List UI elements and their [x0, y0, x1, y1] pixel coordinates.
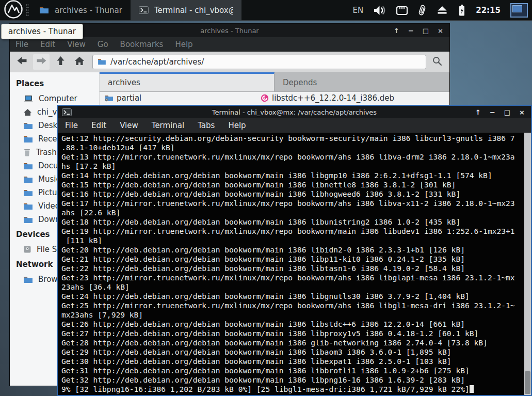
terminal-titlebar[interactable]: Terminal - chi_vbox@mx: /var/cache/apt/a… [58, 106, 531, 118]
terminal-line: Get:30 http://deb.debian.org/debian book… [61, 357, 524, 366]
rollup-button[interactable]: ↑ [475, 109, 481, 116]
terminal-window-title: Terminal - chi_vbox@mx: /var/cache/apt/a… [58, 108, 531, 116]
clock[interactable]: 22:15 [476, 6, 501, 15]
mx-menu-button[interactable] [3, 1, 24, 20]
menu-item-file[interactable]: File [15, 40, 28, 49]
terminal-line: Get:25 http://mirror.truenetwork.ru/mxli… [61, 301, 524, 310]
terminal-line: Get:16 http://deb.debian.org/debian book… [61, 189, 524, 199]
folder-icon [39, 6, 49, 14]
sidebar-item-computer[interactable]: Computer [10, 92, 99, 105]
menu-item-view[interactable]: View [67, 40, 86, 49]
taskbar-button-archives-thunar[interactable]: archives - Thunar [31, 0, 131, 21]
folder-icon [23, 216, 33, 224]
folder-icon [98, 58, 106, 65]
paperclip-icon[interactable] [418, 4, 427, 17]
back-icon [17, 56, 28, 67]
search-button[interactable] [429, 54, 445, 70]
menu-item-file[interactable]: File [65, 121, 78, 130]
deb-icon [261, 94, 269, 102]
maximize-button[interactable]: □ [423, 27, 429, 34]
desktop[interactable]: archives - Thunar Terminal - chi_vbox@..… [0, 0, 532, 396]
home-icon [74, 56, 85, 68]
mx-logo-icon [4, 0, 23, 21]
forward-icon [36, 56, 47, 67]
location-path: /var/cache/apt/archives/ [110, 57, 204, 67]
home-button[interactable] [71, 54, 88, 70]
terminal-line: 23ahs [36.4 kB] [61, 282, 524, 292]
terminal-line: Get:27 http://deb.debian.org/debian book… [61, 329, 524, 338]
file-item-libstdc-6-12-2-0-14-i386-deb[interactable]: libstdc++6_12.2.0-14_i386.deb [261, 93, 394, 103]
top-panel: archives - Thunar Terminal - chi_vbox@..… [0, 0, 532, 21]
terminal-window-buttons: ↑−□× [475, 109, 531, 116]
terminal-scrollbar[interactable] [524, 133, 531, 395]
thunar-window-buttons: ↑−□× [394, 27, 449, 34]
terminal-line: Get:32 http://deb.debian.org/debian book… [61, 375, 524, 385]
scrollbar-thumb[interactable] [525, 371, 530, 394]
terminal-icon [139, 6, 149, 14]
menu-item-terminal[interactable]: Terminal [152, 121, 184, 130]
panel-grip[interactable] [26, 4, 29, 17]
forward-button[interactable] [33, 54, 50, 70]
terminal-line: Get:26 http://deb.debian.org/debian book… [61, 320, 524, 329]
taskbar-button-terminal-chi-vbox[interactable]: Terminal - chi_vbox@... [131, 0, 241, 21]
minimize-button[interactable]: − [490, 109, 495, 116]
taskbar-button-label: archives - Thunar [55, 6, 122, 15]
battery-icon[interactable] [458, 4, 466, 17]
workspace-pager[interactable] [510, 3, 528, 18]
menu-item-view[interactable]: View [120, 121, 138, 130]
tab-bar: archives Depends [100, 72, 449, 92]
pager-window [512, 5, 522, 12]
keyboard-layout-indicator[interactable]: EN [353, 6, 364, 15]
folder-icon [23, 162, 33, 170]
terminal-line: ahs [22.6 kB] [61, 208, 524, 217]
back-button[interactable] [14, 54, 30, 70]
terminal-line: Get:29 http://deb.debian.org/debian book… [61, 347, 524, 357]
terminal-icon [62, 108, 72, 116]
taskbar-button-label: Terminal - chi_vbox@... [154, 6, 233, 15]
menu-item-tabs[interactable]: Tabs [198, 121, 215, 130]
terminal-line: Get:23 http://mirror.truenetwork.ru/mxli… [61, 273, 524, 282]
volume-icon[interactable] [373, 5, 386, 16]
search-icon [432, 56, 442, 68]
window-buttons-area: archives - Thunar Terminal - chi_vbox@..… [31, 0, 241, 21]
folder-icon [23, 176, 33, 183]
location-bar[interactable]: /var/cache/apt/archives/ [92, 55, 426, 69]
trash-icon [23, 148, 31, 156]
terminal-line: Get:21 http://deb.debian.org/debian book… [61, 255, 524, 264]
menu-item-edit[interactable]: Edit [40, 40, 55, 49]
thunar-menubar: FileEditViewGoBookmarksHelp [10, 37, 449, 52]
terminal-line: Get:13 http://mirror.truenetwork.ru/mxli… [61, 152, 524, 162]
minimize-button[interactable]: − [408, 27, 414, 34]
maximize-button[interactable]: □ [504, 109, 510, 116]
terminal-line: Get:20 http://deb.debian.org/debian book… [61, 245, 524, 255]
close-button[interactable]: × [519, 109, 525, 116]
tab-depends[interactable]: Depends [275, 72, 449, 91]
folder-icon [23, 276, 33, 283]
drive-icon [23, 245, 31, 254]
terminal-line: .88.1-10+deb12u4 [417 kB] [61, 143, 524, 152]
menu-item-edit[interactable]: Edit [91, 121, 106, 130]
terminal-line: hs [17.2 kB] [61, 162, 524, 171]
system-tray: EN 22:15 [353, 3, 532, 18]
home-icon [23, 108, 32, 116]
file-item-partial[interactable]: partial [105, 93, 141, 103]
up-icon [56, 56, 65, 68]
folder-icon [23, 122, 33, 130]
terminal-menubar: FileEditViewTerminalTabsHelp [58, 118, 531, 133]
terminal-line: Get:14 http://deb.debian.org/debian book… [61, 171, 524, 180]
eject-icon[interactable] [437, 5, 448, 15]
terminal-line: Get:15 http://deb.debian.org/debian book… [61, 180, 524, 189]
terminal-line: Get:24 http://deb.debian.org/debian book… [61, 292, 524, 301]
terminal-cursor [470, 385, 474, 393]
menu-item-help[interactable]: Help [175, 40, 192, 49]
menu-item-go[interactable]: Go [98, 40, 108, 49]
tab-archives[interactable]: archives [100, 72, 275, 91]
close-button[interactable]: × [438, 27, 443, 34]
sidebar-header-places: Places [10, 75, 99, 92]
network-icon[interactable] [396, 5, 408, 15]
menu-item-help[interactable]: Help [228, 121, 246, 130]
terminal-line: Get:17 http://mirror.truenetwork.ru/mxli… [61, 199, 524, 208]
menu-item-bookmarks[interactable]: Bookmarks [120, 40, 164, 49]
rollup-button[interactable]: ↑ [394, 27, 399, 34]
up-button[interactable] [52, 54, 69, 70]
